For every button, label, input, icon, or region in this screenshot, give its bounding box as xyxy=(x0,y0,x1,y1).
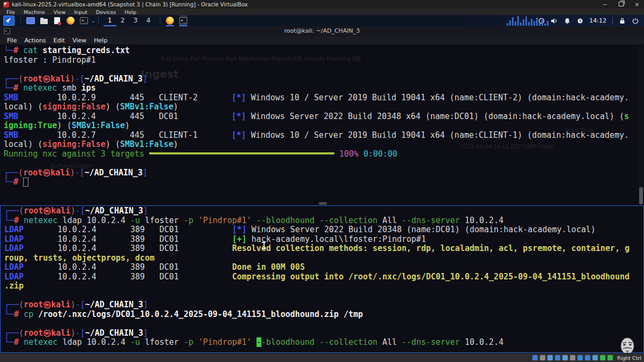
text-segment: ) ( xyxy=(106,139,120,149)
text-segment: -bloodhound xyxy=(261,337,314,347)
firefox-launcher[interactable] xyxy=(66,16,75,25)
terminal-line: SMB 10.0.2.4 445 DC01 [*] Windows Server… xyxy=(4,112,644,122)
optical-disc-icon[interactable] xyxy=(540,355,545,360)
text-segment: --dns-server xyxy=(402,216,460,225)
text-editor-launcher[interactable] xyxy=(53,16,62,25)
terminal-launcher[interactable]: >_ xyxy=(79,16,89,25)
restore-button[interactable] xyxy=(617,2,625,8)
text-segment: Resolved collection methods: session, rd… xyxy=(232,243,630,253)
terminal-menu-item[interactable]: Help xyxy=(90,37,111,44)
network-icon[interactable] xyxy=(555,355,560,360)
terminal-line: ┌──(root㉿kali)-[~/AD_CHAIN_3] xyxy=(4,300,643,310)
pane-split-handle[interactable] xyxy=(319,202,327,205)
terminal-line: LDAP 10.0.2.4 389 DC01 [*] Windows Serve… xyxy=(4,225,643,235)
terminal-line xyxy=(4,65,644,75)
power-manager-icon[interactable] xyxy=(576,17,583,24)
terminal-titlebar[interactable]: >_ root@kali: ~/AD_CHAIN_3 xyxy=(0,26,644,36)
notifications-bell-icon[interactable] xyxy=(564,17,570,24)
text-segment: 10.0.2.4 389 DC01 xyxy=(24,234,232,244)
vb-menu-item[interactable]: Input xyxy=(70,9,92,15)
workspace-button-1[interactable]: 1 xyxy=(104,15,116,26)
text-segment xyxy=(358,149,363,159)
vb-menu-item[interactable]: View xyxy=(49,9,70,15)
text-segment: Done in 00M 00S xyxy=(232,262,304,272)
hdd-icon[interactable] xyxy=(532,355,538,360)
text-segment: # xyxy=(14,309,19,319)
shared-folders-icon[interactable] xyxy=(570,355,575,360)
workspace-button-3[interactable]: 3 xyxy=(129,15,142,26)
text-segment: igning:True xyxy=(4,121,57,130)
minimize-button[interactable]: − xyxy=(601,2,609,8)
text-segment: --dns-server xyxy=(402,337,460,347)
vb-menu-item[interactable]: Machine xyxy=(19,9,49,15)
text-segment xyxy=(314,337,319,347)
panel-clock[interactable]: 14:12 xyxy=(589,17,606,24)
vb-menu-item[interactable]: Devices xyxy=(92,9,120,15)
text-segment: 10.0.2.4 445 DC01 xyxy=(18,112,231,121)
terminal-menu-item[interactable]: Actions xyxy=(20,37,49,44)
text-segment: ┌── xyxy=(4,328,19,338)
lock-screen-icon[interactable] xyxy=(619,17,626,24)
logout-power-icon[interactable] xyxy=(632,17,639,24)
text-segment: ) xyxy=(125,121,130,130)
terminal-line: LDAP 10.0.2.4 389 DC01 Done in 00M 00S xyxy=(4,263,643,272)
text-segment xyxy=(314,216,319,225)
mouse-integration-icon[interactable] xyxy=(600,355,605,360)
text-segment: ( xyxy=(18,74,23,84)
features-icon[interactable] xyxy=(608,355,613,360)
terminal-window-title: root@kali: ~/AD_CHAIN_3 xyxy=(0,27,644,34)
scrollbar-track[interactable] xyxy=(639,46,643,204)
text-segment: LDAP xyxy=(4,262,24,272)
text-segment xyxy=(193,337,198,347)
text-segment: All xyxy=(377,337,401,347)
text-segment xyxy=(19,337,24,347)
text-segment: └─ xyxy=(4,309,14,319)
terminal-pane-bottom-focused[interactable]: ┌──(root㉿kali)-[~/AD_CHAIN_3]└─# netexec… xyxy=(0,205,644,353)
usb-icon[interactable] xyxy=(562,355,568,360)
text-segment: root㉿kali xyxy=(23,74,70,84)
workspace-button-2[interactable]: 2 xyxy=(116,15,129,26)
panel-separator xyxy=(160,17,160,24)
audio-icon[interactable] xyxy=(547,355,553,360)
terminal-pane-top[interactable]: └─# cat starting_creds.txtlfoster : Pind… xyxy=(0,45,644,205)
text-segment: lfoster xyxy=(140,216,184,225)
text-segment: .zip xyxy=(4,281,24,291)
vb-menu-item[interactable]: File xyxy=(2,9,19,15)
text-segment: [*] xyxy=(231,112,246,121)
kali-menu-button[interactable] xyxy=(3,16,14,26)
taskbar-terminal-window[interactable]: >_ xyxy=(179,15,187,26)
terminal-body: └─# cat starting_creds.txtlfoster : Pind… xyxy=(0,45,644,353)
text-segment: [*] xyxy=(231,130,246,140)
recording-icon[interactable] xyxy=(585,355,590,360)
terminal-line: LDAP 10.0.2.4 389 DC01 [+] hack-academy.… xyxy=(4,235,643,245)
display-icon[interactable] xyxy=(577,355,583,360)
terminal-line: SMB 10.0.2.7 445 CLIENT-1 [*] Windows 10… xyxy=(4,131,644,141)
terminal-menu-item[interactable]: View xyxy=(69,37,90,44)
text-segment: [+] xyxy=(232,234,246,244)
taskbar-firefox-window[interactable] xyxy=(166,15,174,26)
text-segment xyxy=(252,216,257,225)
text-segment: # xyxy=(14,337,19,347)
text-segment: ldap 10.0.2.4 xyxy=(62,216,130,225)
terminal-line: └─# netexec ldap 10.0.2.4 -u lfoster -p … xyxy=(4,338,643,348)
terminal-menu-item[interactable]: File xyxy=(3,37,20,44)
vb-menu-item[interactable]: Help xyxy=(120,9,141,15)
chevron-down-icon[interactable]: ⌄ xyxy=(91,18,96,24)
terminal-line: Running nxc against 3 targets 100% 0:00:… xyxy=(4,150,644,159)
terminal-menu-item[interactable]: Edit xyxy=(50,37,69,44)
workspace-button-4[interactable]: 4 xyxy=(142,15,155,26)
text-segment: 10.0.2.4 389 DC01 xyxy=(24,262,232,272)
kali-dragon-icon xyxy=(5,17,12,24)
text-segment: s xyxy=(624,112,629,121)
text-segment: netexec xyxy=(24,337,62,347)
terminal-line: igning:True) (SMBv1:False) xyxy=(4,121,644,131)
text-segment: SMBv1:False xyxy=(120,102,173,112)
text-segment: ips xyxy=(82,83,96,93)
file-manager-launcher[interactable] xyxy=(39,16,48,25)
close-button[interactable]: × xyxy=(633,2,641,8)
show-desktop-button[interactable] xyxy=(26,16,35,25)
scrollbar-thumb[interactable] xyxy=(639,187,643,204)
clipboard-icon[interactable] xyxy=(592,355,598,360)
text-segment: Windows Server 2022 Build 20348 (name:DC… xyxy=(247,225,596,234)
text-segment: Running nxc against 3 targets xyxy=(4,149,149,159)
